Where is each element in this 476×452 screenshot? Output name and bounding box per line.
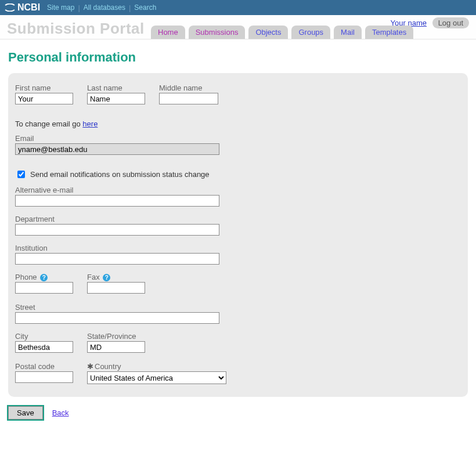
logout-button[interactable]: Log out [432,17,469,28]
postal-field: Postal code [15,362,73,384]
phone-input[interactable] [15,282,73,294]
nav-sitemap[interactable]: Site map [47,3,74,12]
street-label: Street [15,303,461,312]
last-name-label: Last name [87,84,145,92]
street-input[interactable] [15,312,219,324]
country-select[interactable]: United States of America [87,371,226,384]
content-area: Personal information First name Last nam… [0,39,476,430]
tab-objects[interactable]: Objects [248,26,288,39]
form-actions: Save Back [8,406,468,420]
help-icon[interactable]: ? [103,274,110,281]
nav-search[interactable]: Search [134,3,156,12]
header-row: Submission Portal Your name Log out Home… [0,15,476,39]
change-email-note: To change email go here [15,120,461,128]
email-label: Email [15,134,461,143]
department-field: Department [15,215,461,236]
email-input [15,143,219,155]
middle-name-label: Middle name [159,84,218,92]
phone-label: Phone ? [15,273,73,281]
fax-input[interactable] [87,282,145,294]
alt-email-input[interactable] [15,195,219,207]
city-field: City [15,332,73,353]
email-field: Email [15,134,461,155]
main-tabs: Home Submissions Objects Groups Mail Tem… [151,26,413,39]
fax-field: Fax ? [87,273,145,294]
country-label: ✱Country [87,362,226,371]
first-name-label: First name [15,84,73,92]
state-field: State/Province [87,332,145,353]
change-email-link[interactable]: here [82,120,98,128]
department-input[interactable] [15,224,219,236]
notify-label: Send email notifications on submission s… [30,170,210,179]
first-name-input[interactable] [15,93,73,104]
department-label: Department [15,215,461,223]
notify-checkbox[interactable] [17,171,25,178]
last-name-input[interactable] [87,93,145,104]
ncbi-logo: NCBI [5,2,40,13]
postal-label: Postal code [15,362,73,371]
country-field: ✱Country United States of America [87,362,226,384]
ncbi-icon [5,3,15,12]
top-nav-bar: NCBI Site map | All databases | Search [0,0,476,15]
tab-templates[interactable]: Templates [365,26,413,39]
tab-groups[interactable]: Groups [291,26,330,39]
state-label: State/Province [87,332,145,341]
portal-title: Submission Portal [7,20,145,38]
institution-label: Institution [15,244,461,252]
middle-name-input[interactable] [159,93,218,104]
alt-email-label: Alternative e-mail [15,186,461,194]
postal-input[interactable] [15,371,73,383]
state-input[interactable] [87,341,145,353]
ncbi-text: NCBI [17,2,40,13]
institution-input[interactable] [15,253,219,265]
last-name-field: Last name [87,84,145,104]
divider: | [78,3,80,12]
change-email-prefix: To change email go [15,120,82,128]
middle-name-field: Middle name [159,84,218,104]
first-name-field: First name [15,84,73,104]
required-icon: ✱ [87,362,93,371]
page-title: Personal information [8,50,468,65]
tab-submissions[interactable]: Submissions [189,26,246,39]
fax-label: Fax ? [87,273,145,281]
back-link[interactable]: Back [52,408,69,417]
alt-email-field: Alternative e-mail [15,186,461,207]
tab-home[interactable]: Home [151,26,185,39]
notify-row: Send email notifications on submission s… [15,169,461,180]
divider: | [129,3,131,12]
city-label: City [15,332,73,341]
help-icon[interactable]: ? [40,274,48,281]
nav-all-databases[interactable]: All databases [84,3,125,12]
city-input[interactable] [15,341,73,353]
tab-mail[interactable]: Mail [334,26,362,39]
institution-field: Institution [15,244,461,265]
phone-field: Phone ? [15,273,73,294]
save-button[interactable]: Save [8,406,43,420]
street-field: Street [15,303,461,324]
form-panel: First name Last name Middle name To chan… [8,73,468,397]
